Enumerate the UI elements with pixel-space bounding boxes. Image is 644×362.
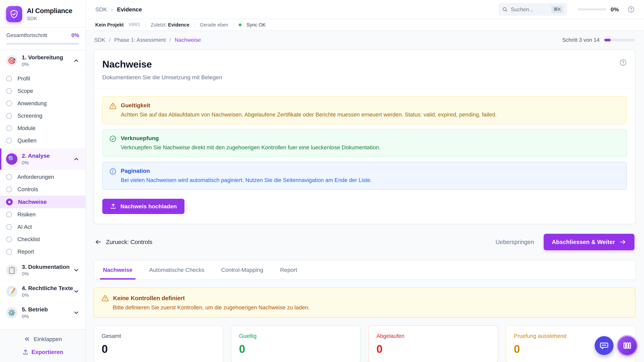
alert-pagination: Pagination Bei vielen Nachweisen wird au… (102, 162, 627, 190)
tab-nachweise[interactable]: Nachweise (102, 260, 133, 280)
step-progress-bar (604, 39, 635, 41)
tab-control-mapping[interactable]: Control-Mapping (220, 260, 264, 280)
breadcrumb-current-page: Nachweise (174, 37, 201, 43)
wizard-nav-row: Zurueck: Controls Ueberspringen Abschlie… (94, 234, 636, 250)
sidebar-footer: Einklappen Exportieren (0, 329, 86, 362)
back-to-controls-button[interactable]: Zurueck: Controls (94, 239, 152, 246)
sidebar-item-checklist[interactable]: Checklist (0, 233, 86, 246)
stat-card-gesamt: Gesamt 0 (94, 326, 223, 362)
sidebar-item-profil[interactable]: Profil (0, 72, 86, 85)
page-breadcrumb: SDK / Phase 1: Assessment / Nachweise Sc… (94, 37, 635, 43)
chevron-up-icon (73, 57, 80, 64)
overall-progress-value: 0% (72, 32, 79, 38)
complete-continue-button[interactable]: Abschliessen & Weiter (544, 234, 634, 250)
radio-icon (6, 236, 12, 242)
section-progress: 0% (22, 160, 73, 166)
sidebar-item-controls[interactable]: Controls (0, 183, 86, 196)
board-fab-button[interactable] (618, 336, 636, 355)
page-title: Nachweise (102, 58, 627, 70)
sidebar-item-anforderungen[interactable]: Anforderungen (0, 171, 86, 183)
last-saved-time: Gerade eben (200, 22, 228, 28)
upload-icon (22, 349, 28, 355)
main-area: SDK › Evidence ⌘K 0% Kein Projekt V001 Z… (86, 0, 644, 362)
chevron-right-icon: › (111, 6, 113, 13)
section-label: 1. Vorbereitung (22, 54, 73, 61)
tab-report[interactable]: Report (280, 260, 298, 280)
sidebar-item-anwendung[interactable]: Anwendung (0, 97, 86, 110)
info-circle-icon (109, 168, 116, 184)
project-name: Kein Projekt (95, 22, 124, 28)
radio-icon (6, 224, 12, 230)
sidebar-item-screening[interactable]: Screening (0, 110, 86, 122)
magnifier-icon: 🔍 (6, 153, 18, 165)
collapse-sidebar-button[interactable]: Einklappen (24, 336, 62, 343)
export-button[interactable]: Exportieren (22, 349, 63, 355)
radio-icon (6, 174, 12, 180)
check-circle-icon (109, 135, 116, 151)
last-visited: Zuletzt: Evidence (151, 22, 190, 28)
alert-text: Bei vielen Nachweisen wird automatisch p… (121, 176, 372, 184)
arrow-left-icon (94, 239, 102, 246)
radio-icon (6, 100, 12, 106)
sidebar-nav: 🎯 1. Vorbereitung 0% Profil Scope Anwend… (0, 50, 86, 329)
alert-text: Verknuepfen Sie Nachweise direkt mit den… (121, 144, 380, 151)
radio-icon (6, 88, 12, 94)
card-help-icon[interactable] (619, 59, 627, 66)
alert-linking: Verknuepfung Verknuepfen Sie Nachweise d… (102, 129, 627, 157)
radio-icon (6, 249, 12, 255)
radio-selected-icon (6, 199, 13, 205)
alert-validity: Gueltigkeit Achten Sie auf das Ablaufdat… (102, 96, 627, 124)
step-progress-fill (604, 39, 611, 41)
radio-icon (6, 76, 12, 82)
section-label: 2. Analyse (22, 152, 73, 159)
no-controls-warning: Keine Kontrollen definiert Bitte definie… (94, 288, 636, 318)
sidebar-item-risiken[interactable]: Risiken (0, 208, 86, 221)
sidebar-section-betrieb[interactable]: ⚙️ 5. Betrieb 0% (0, 302, 86, 324)
card-header: Nachweise Dokumentieren Sie die Umsetzun… (94, 50, 635, 88)
floating-action-buttons (595, 336, 636, 355)
stat-cards: Gesamt 0 Gueltig 0 Abgelaufen 0 Pruefung… (94, 326, 636, 362)
section-progress: 0% (22, 271, 73, 277)
overall-progress-bar (6, 43, 79, 45)
sidebar-item-quellen[interactable]: Quellen (0, 134, 86, 147)
sidebar-item-scope[interactable]: Scope (0, 85, 86, 97)
section-label: 4. Rechtliche Texte (22, 285, 73, 292)
skip-button[interactable]: Ueberspringen (496, 239, 534, 245)
sidebar-section-analyse[interactable]: 🔍 2. Analyse 0% (0, 148, 86, 170)
search-input[interactable] (511, 6, 548, 12)
upload-evidence-button[interactable]: Nachweis hochladen (102, 199, 184, 214)
search-shortcut-kbd: ⌘K (551, 6, 563, 13)
sidebar-item-report[interactable]: Report (0, 246, 86, 258)
chat-fab-button[interactable] (595, 336, 614, 355)
topbar-progress-bar (578, 8, 606, 10)
sidebar-section-vorbereitung[interactable]: 🎯 1. Vorbereitung 0% (0, 50, 86, 71)
breadcrumb-phase[interactable]: Phase 1: Assessment (114, 37, 166, 43)
section-progress: 0% (22, 62, 73, 67)
breadcrumb-sdk[interactable]: SDK (94, 37, 105, 43)
section-label: 3. Dokumentation (22, 264, 73, 270)
stat-card-abgelaufen: Abgelaufen 0 (368, 326, 498, 362)
overall-progress-label: Gesamtfortschritt (6, 32, 47, 38)
upload-icon (110, 203, 116, 210)
sidebar-item-module[interactable]: Module (0, 122, 86, 134)
status-bar: Kein Projekt V001 Zuletzt: Evidence Gera… (86, 19, 644, 31)
page-subtitle: Dokumentieren Sie die Umsetzung mit Bele… (102, 74, 627, 81)
chevron-down-icon (73, 310, 80, 316)
overall-progress: Gesamtfortschritt 0% (0, 27, 86, 50)
chevron-down-icon (73, 288, 80, 295)
sidebar-section-rechtliche-texte[interactable]: 📝 4. Rechtliche Texte 0% (0, 281, 86, 302)
arrow-right-icon (619, 239, 626, 246)
breadcrumb-current: Evidence (117, 6, 142, 13)
topbar-breadcrumb: SDK › Evidence (95, 6, 142, 13)
search-box[interactable]: ⌘K (498, 3, 567, 16)
sidebar-section-dokumentation[interactable]: 📋 3. Dokumentation 0% (0, 260, 86, 281)
radio-icon (6, 125, 12, 131)
help-icon[interactable] (628, 6, 634, 13)
tab-automatische-checks[interactable]: Automatische Checks (148, 260, 205, 280)
breadcrumb-root[interactable]: SDK (95, 6, 107, 13)
kanban-columns-icon (622, 341, 632, 350)
sidebar-item-nachweise[interactable]: Nachweise (0, 196, 86, 208)
section-label: 5. Betrieb (22, 306, 73, 313)
sidebar-item-ai-act[interactable]: AI Act (0, 221, 86, 233)
warning-text: Bitte definieren Sie zuerst Kontrollen, … (113, 304, 628, 311)
